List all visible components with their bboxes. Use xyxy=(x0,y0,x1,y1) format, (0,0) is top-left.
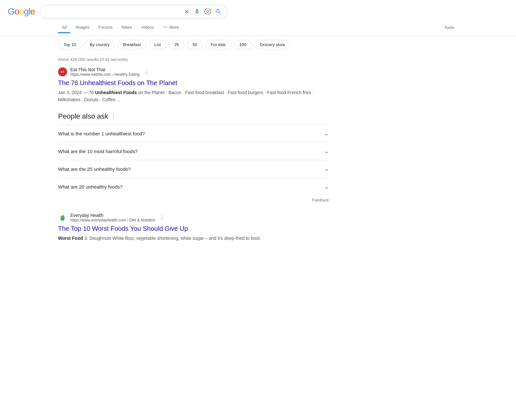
google-logo: Google xyxy=(8,6,35,17)
logo-letter-o2: o xyxy=(19,6,24,17)
header: Google unhealthiest foods xyxy=(0,0,516,18)
snippet-date: Jan 3, 2024 — 76 xyxy=(58,90,95,95)
paa-heading: People also ask xyxy=(58,112,108,121)
clear-button[interactable] xyxy=(184,8,190,15)
paa-item[interactable]: What is the number 1 unhealthiest food? … xyxy=(58,124,329,142)
mic-icon xyxy=(194,8,200,15)
result-source: ET Eat This Not That https://www.eatthis… xyxy=(58,67,329,77)
chip-grocery-store[interactable]: Grocery store xyxy=(254,40,291,49)
more-dots-icon xyxy=(163,24,168,30)
svg-point-8 xyxy=(167,27,168,28)
apple-health-icon xyxy=(58,213,67,222)
source-url: https://www.eatthis.com › Healthy Eating xyxy=(70,72,140,77)
search-input[interactable]: unhealthiest foods xyxy=(45,9,180,15)
svg-point-6 xyxy=(164,27,164,28)
paa-chevron-icon: ⌄ xyxy=(324,148,329,155)
feedback-button[interactable]: Feedback xyxy=(58,195,329,205)
snippet-bold: Unhealthiest Foods xyxy=(95,90,137,95)
lens-icon xyxy=(204,8,211,15)
tab-images[interactable]: Images xyxy=(72,22,93,33)
paa-options-button[interactable]: ⋮ xyxy=(111,113,116,120)
tab-news[interactable]: News xyxy=(118,22,136,33)
source-info: Eat This Not That https://www.eatthis.co… xyxy=(70,67,140,77)
result-title[interactable]: The Top 10 Worst Foods You Should Give U… xyxy=(58,224,329,233)
source-info: Everyday Health https://www.everydayheal… xyxy=(70,213,155,222)
paa-question: What are the 10 most harmful foods? xyxy=(58,149,138,154)
source-name: Eat This Not That xyxy=(70,67,140,72)
source-favicon-eh xyxy=(58,213,67,222)
snippet-rest: 3: Doughnuts White flour, vegetable shor… xyxy=(83,236,261,241)
result-title[interactable]: The 76 Unhealthiest Foods on The Planet xyxy=(58,79,329,87)
tab-more[interactable]: More xyxy=(159,22,183,33)
x-icon xyxy=(184,8,190,15)
logo-letter-g2: g xyxy=(24,6,29,17)
result-item: Everyday Health https://www.everydayheal… xyxy=(58,213,329,242)
paa-chevron-icon: ⌄ xyxy=(324,165,329,172)
paa-question: What are the 25 unhealthy foods? xyxy=(58,166,131,172)
source-favicon-etnt: ET xyxy=(58,67,67,76)
result-options-button[interactable]: ⋮ xyxy=(144,69,149,75)
mic-button[interactable] xyxy=(194,8,200,15)
chip-25[interactable]: 25 xyxy=(169,40,184,49)
result-source: Everyday Health https://www.everydayheal… xyxy=(58,213,329,222)
chip-breakfast[interactable]: Breakfast xyxy=(117,40,146,49)
logo-letter-g: G xyxy=(8,6,15,17)
chip-50[interactable]: 50 xyxy=(187,40,203,49)
logo-letter-o1: o xyxy=(15,6,19,17)
paa-item[interactable]: What are the 25 unhealthy foods? ⌄ xyxy=(58,160,329,178)
chip-by-country[interactable]: By country xyxy=(84,40,115,49)
result-snippet: Worst Food 3: Doughnuts White flour, veg… xyxy=(58,235,329,242)
paa-chevron-icon: ⌄ xyxy=(324,130,329,137)
chip-list[interactable]: List xyxy=(149,40,166,49)
results-count: About 429,000 results (0.42 seconds) xyxy=(58,57,329,62)
chip-100[interactable]: 100 xyxy=(234,40,252,49)
tab-videos[interactable]: Videos xyxy=(137,22,158,33)
svg-point-5 xyxy=(207,11,209,13)
tab-forums[interactable]: Forums xyxy=(94,22,116,33)
paa-question: What is the number 1 unhealthiest food? xyxy=(58,131,145,136)
paa-question: What are 20 unhealthy foods? xyxy=(58,184,123,190)
paa-item[interactable]: What are 20 unhealthy foods? ⌄ xyxy=(58,178,329,195)
lens-button[interactable] xyxy=(204,8,211,15)
svg-point-7 xyxy=(165,27,166,28)
paa-item[interactable]: What are the 10 most harmful foods? ⌄ xyxy=(58,142,329,160)
source-name: Everyday Health xyxy=(70,213,155,218)
result-snippet: Jan 3, 2024 — 76 Unhealthiest Foods on t… xyxy=(58,89,329,103)
people-also-ask-section: People also ask ⋮ What is the number 1 u… xyxy=(58,112,329,205)
tab-all[interactable]: All xyxy=(58,22,70,33)
paa-chevron-icon: ⌄ xyxy=(324,183,329,190)
filter-chips: Top 10 By country Breakfast List 25 50 F… xyxy=(0,36,516,53)
svg-point-11 xyxy=(61,216,64,220)
source-url: https://www.everydayhealth.com › Diet & … xyxy=(70,218,155,222)
search-bar: unhealthiest foods xyxy=(40,5,227,18)
chip-top10[interactable]: Top 10 xyxy=(58,40,82,49)
paa-header: People also ask ⋮ xyxy=(58,112,329,121)
search-icon xyxy=(215,8,222,15)
search-submit-button[interactable] xyxy=(215,8,222,15)
tools-button[interactable]: Tools xyxy=(441,23,458,33)
result-options-button[interactable]: ⋮ xyxy=(160,215,165,221)
snippet-prefix: Worst Food xyxy=(58,236,83,241)
nav-tabs: All Images Forums News Videos More Tools xyxy=(0,19,516,36)
main-content: About 429,000 results (0.42 seconds) ET … xyxy=(0,57,387,242)
result-item: ET Eat This Not That https://www.eatthis… xyxy=(58,67,329,103)
logo-letter-e: e xyxy=(30,6,35,17)
chip-for-kids[interactable]: For kids xyxy=(205,40,231,49)
